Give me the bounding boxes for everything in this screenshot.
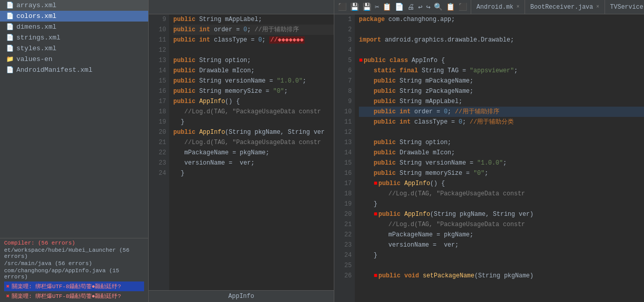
right-code-line: public String mAppLabel; bbox=[359, 96, 644, 107]
file-icon: 📄 bbox=[6, 45, 14, 52]
code-line: mPackageName = pkgName; bbox=[173, 148, 334, 158]
close-icon[interactable]: × bbox=[516, 4, 519, 10]
middle-editor: 9 10 11 12 13 14 15 16 17 18 19 20 21 22… bbox=[149, 0, 334, 302]
main-area: 📄 arrays.xml 📄 colors.xml 📄 dimens.xml 📄… bbox=[0, 0, 644, 302]
right-code-area: 1 2 3 4 5 6 7 8 9 10 11 12 13 14 15 16 1… bbox=[334, 14, 644, 302]
error-text-2: 關楽哩: 绑栏爆UTF-8鑷勈苟蓥●颞勈廷纾? bbox=[12, 292, 121, 300]
right-code-line: static final String TAG = "appsviewer"; bbox=[359, 66, 644, 76]
file-name: colors.xml bbox=[16, 12, 56, 20]
code-line bbox=[173, 45, 334, 55]
toolbar-icon-8[interactable]: ↩ bbox=[416, 2, 424, 12]
right-code-line bbox=[359, 260, 644, 271]
toolbar-icon-6[interactable]: 📄 bbox=[393, 2, 405, 12]
code-line: } bbox=[173, 117, 334, 127]
file-icon: 📄 bbox=[6, 34, 14, 42]
tab-android-mk[interactable]: Android.mk × bbox=[471, 0, 525, 14]
toolbar-icon-5[interactable]: 📋 bbox=[381, 2, 393, 12]
close-icon[interactable]: × bbox=[596, 4, 599, 10]
toolbar-icon-12[interactable]: ⬛ bbox=[457, 2, 469, 12]
right-code-line: //Log.d(TAG, "PackageUsageData constr bbox=[359, 189, 644, 199]
left-panel: 📄 arrays.xml 📄 colors.xml 📄 dimens.xml 📄… bbox=[0, 0, 149, 302]
file-name: strings.xml bbox=[16, 34, 61, 42]
right-code-line: } bbox=[359, 199, 644, 209]
right-code-line: public String option; bbox=[359, 137, 644, 148]
middle-line-numbers: 9 10 11 12 13 14 15 16 17 18 19 20 21 22… bbox=[149, 14, 169, 290]
toolbar-icon-9[interactable]: ↪ bbox=[425, 2, 432, 12]
file-tree: 📄 arrays.xml 📄 colors.xml 📄 dimens.xml 📄… bbox=[0, 0, 148, 238]
right-code-line: import android.graphics.drawable.Drawabl… bbox=[359, 35, 644, 45]
error-item-2[interactable]: ✖ 關楽哩: 绑栏爆UTF-8鑷勈苟蓥●颞勈廷纾? bbox=[4, 291, 144, 301]
right-code-lines: package com.changhong.app; import androi… bbox=[355, 14, 644, 302]
code-line: public String option; bbox=[173, 55, 334, 66]
compiler-status: Compiler: (56 errors) bbox=[4, 239, 144, 247]
tab-label: TVService.java bbox=[610, 4, 644, 11]
file-item-arrays[interactable]: 📄 arrays.xml bbox=[0, 0, 148, 11]
error-item-1[interactable]: ✖ 關楽哩: 绑栏爆UTF-8鑷勈苟蓥●颞勈廷纾? bbox=[4, 281, 144, 291]
right-code-line: mPackageName = pkgName; bbox=[359, 230, 644, 240]
tab-label: BootReceiver.java bbox=[530, 4, 593, 11]
code-line: public Drawable mIcon; bbox=[173, 66, 334, 76]
toolbar-icon-3[interactable]: 💾 bbox=[361, 2, 373, 12]
toolbar-icon-2[interactable]: 💾 bbox=[349, 2, 360, 12]
toolbar-icon-1[interactable]: ⬛ bbox=[336, 2, 348, 12]
right-code-line: ■public class AppInfo { bbox=[359, 55, 644, 66]
filename-bar: AppInfo bbox=[149, 290, 334, 302]
right-code-line: //Log.d(TAG, "PackageUsageData constr bbox=[359, 219, 644, 230]
tab-label: Android.mk bbox=[476, 4, 513, 11]
path-3: com/changhong/app/AppInfo.java (15 error… bbox=[4, 267, 144, 280]
right-code-line: ■public void setPackageName(String pkgNa… bbox=[359, 271, 644, 281]
right-code-line-highlighted: public int order = 0; //用于辅助排序 bbox=[359, 107, 644, 117]
error-text-1: 關楽哩: 绑栏爆UTF-8鑷勈苟蓥●颞勈廷纾? bbox=[12, 283, 121, 290]
right-code-line: public String memorySize = "0"; bbox=[359, 168, 644, 178]
path-1: et/workspace/hubei/Hubei_Launcher (56 er… bbox=[4, 247, 144, 260]
code-line: } bbox=[173, 168, 334, 178]
tab-tvservice[interactable]: TVService.java × bbox=[605, 0, 644, 14]
right-code-line: ■public AppInfo() { bbox=[359, 178, 644, 189]
right-editor: ⬛ 💾 💾 ✂ 📋 📄 🖨 ↩ ↪ 🔍 📋 ⬛ Android.mk × Boo… bbox=[334, 0, 644, 302]
error-icon-2: ✖ bbox=[6, 293, 10, 299]
right-code-line: ■public AppInfo(String pkgName, String v… bbox=[359, 209, 644, 219]
file-item-strings[interactable]: 📄 strings.xml bbox=[0, 32, 148, 43]
folder-icon: 📁 bbox=[6, 55, 14, 63]
right-code-line: } bbox=[359, 250, 644, 260]
toolbar-icon-4[interactable]: ✂ bbox=[373, 2, 380, 12]
error-icon-1: ✖ bbox=[6, 283, 10, 290]
file-item-styles[interactable]: 📄 styles.xml bbox=[0, 43, 148, 54]
right-tab-bar: ⬛ 💾 💾 ✂ 📋 📄 🖨 ↩ ↪ 🔍 📋 ⬛ Android.mk × Boo… bbox=[334, 0, 644, 14]
file-name: arrays.xml bbox=[16, 2, 56, 9]
code-line: //Log.d(TAG, "PackageUsageData constr bbox=[173, 107, 334, 117]
file-name: dimens.xml bbox=[16, 23, 56, 31]
right-code-line bbox=[359, 127, 644, 137]
right-code-line: public String versionName = "1.0.0"; bbox=[359, 158, 644, 168]
middle-tab-bar bbox=[149, 0, 334, 14]
file-item-colors[interactable]: 📄 colors.xml bbox=[0, 11, 148, 22]
middle-code-area: 9 10 11 12 13 14 15 16 17 18 19 20 21 22… bbox=[149, 14, 334, 290]
right-code-line bbox=[359, 45, 644, 55]
code-line: public AppInfo() { bbox=[173, 96, 334, 107]
status-bar: Compiler: (56 errors) et/workspace/hubei… bbox=[0, 238, 148, 302]
file-name: styles.xml bbox=[16, 45, 56, 52]
file-item-dimens[interactable]: 📄 dimens.xml bbox=[0, 22, 148, 32]
right-code-line bbox=[359, 25, 644, 35]
right-code-line: public String zPackageName; bbox=[359, 86, 644, 96]
middle-code-lines: public String mAppLabel; public int orde… bbox=[169, 14, 334, 290]
right-line-numbers: 1 2 3 4 5 6 7 8 9 10 11 12 13 14 15 16 1… bbox=[334, 14, 355, 302]
file-icon: 📄 bbox=[6, 23, 14, 31]
toolbar-icon-11[interactable]: 📋 bbox=[445, 2, 456, 12]
toolbar-icon-10[interactable]: 🔍 bbox=[432, 2, 444, 12]
file-icon: 📄 bbox=[6, 2, 14, 9]
code-line-highlighted: public int order = 0; //用于辅助排序 bbox=[173, 25, 334, 35]
code-line: public String versionName = "1.0.0"; bbox=[173, 76, 334, 86]
filename-label: AppInfo bbox=[228, 293, 254, 300]
right-code-line: public String mPackageName; bbox=[359, 76, 644, 86]
right-code-line: package com.changhong.app; bbox=[359, 14, 644, 25]
tab-boot-receiver[interactable]: BootReceiver.java × bbox=[525, 0, 605, 14]
right-code-line: versionName = ver; bbox=[359, 240, 644, 250]
file-item-manifest[interactable]: 📄 AndroidManifest.xml bbox=[0, 65, 148, 75]
right-code-line: public Drawable mIcon; bbox=[359, 148, 644, 158]
right-code-line: public int classType = 0; //用于辅助分类 bbox=[359, 117, 644, 127]
path-label-3: com/changhong/app/AppInfo.java (15 error… bbox=[4, 268, 144, 280]
file-item-values-en[interactable]: 📁 values-en bbox=[0, 54, 148, 65]
toolbar-icon-7[interactable]: 🖨 bbox=[406, 2, 416, 12]
middle-editor-content[interactable]: 9 10 11 12 13 14 15 16 17 18 19 20 21 22… bbox=[149, 14, 334, 290]
